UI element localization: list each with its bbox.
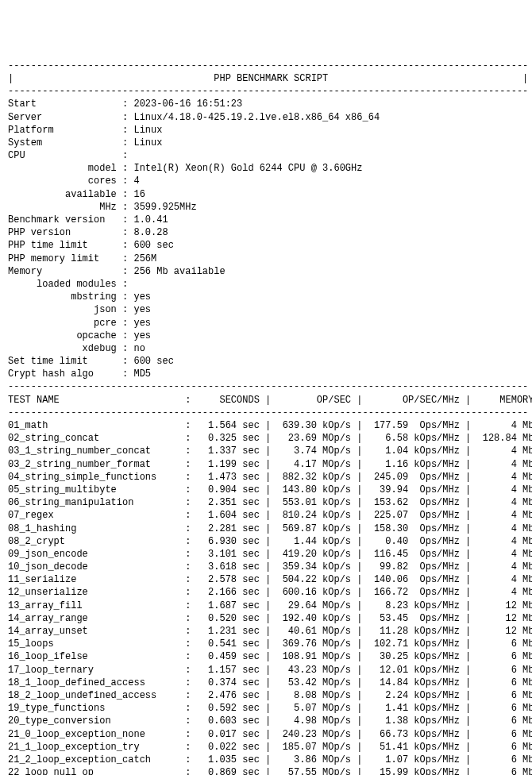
benchmark-output: ----------------------------------------… (8, 60, 524, 775)
